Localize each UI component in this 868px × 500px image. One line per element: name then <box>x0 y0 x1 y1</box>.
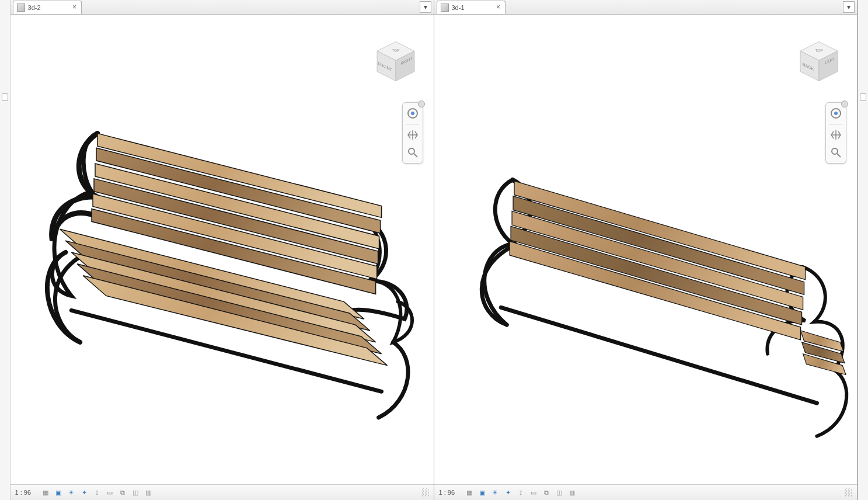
view-pane-left: 3d-2 × ▾ <box>11 0 434 500</box>
resize-grip-icon[interactable] <box>421 488 429 496</box>
close-tab-button[interactable]: × <box>71 3 79 11</box>
svg-point-39 <box>832 148 838 154</box>
crop-view-icon[interactable]: ▭ <box>104 487 115 498</box>
tab-menu-button[interactable]: ▾ <box>420 1 431 13</box>
steering-wheel-button[interactable] <box>406 106 420 120</box>
crop-region-icon[interactable]: ⧉ <box>541 487 552 498</box>
left-panel-collapsed[interactable] <box>0 0 11 500</box>
tab-strip: 3d-2 × ▾ <box>11 0 434 15</box>
view-cube[interactable]: TOP BACK LEFT <box>796 38 842 85</box>
svg-point-20 <box>409 148 414 154</box>
sun-path-icon[interactable]: ✦ <box>503 487 513 498</box>
viewport[interactable]: TOP BACK LEFT <box>434 15 857 484</box>
sun-path-icon[interactable]: ✦ <box>79 487 89 498</box>
model-bench-front <box>11 15 434 484</box>
view-pane-right: 3d-1 × ▾ <box>434 0 858 500</box>
view-cube[interactable]: TOP FRONT RIGHT <box>372 38 419 85</box>
crop-region-icon[interactable]: ⧉ <box>117 487 128 498</box>
navbar-close-icon[interactable] <box>418 100 425 107</box>
reveal-icon[interactable]: ▥ <box>143 487 154 498</box>
model-bench-back <box>434 15 857 484</box>
crop-view-icon[interactable]: ▭ <box>528 487 539 498</box>
view-tab[interactable]: 3d-1 × <box>437 1 506 14</box>
svg-point-19 <box>411 112 414 115</box>
pan-button[interactable] <box>829 128 843 142</box>
rendering-icon[interactable]: ⟟ <box>515 487 526 498</box>
cube-icon <box>17 4 25 12</box>
viewport[interactable]: TOP FRONT RIGHT <box>11 15 434 484</box>
svg-text:TOP: TOP <box>815 48 823 53</box>
view-tab[interactable]: 3d-2 × <box>13 1 82 14</box>
svg-line-21 <box>414 154 417 157</box>
model-graphics-icon[interactable]: ▣ <box>53 487 64 498</box>
model-graphics-icon[interactable]: ▣ <box>477 487 487 498</box>
zoom-button[interactable] <box>406 145 420 159</box>
tab-strip: 3d-1 × ▾ <box>434 0 857 15</box>
right-panel-collapsed[interactable] <box>857 0 868 500</box>
svg-text:TOP: TOP <box>392 48 399 53</box>
cube-icon <box>441 4 449 12</box>
hide-isolate-icon[interactable]: ◫ <box>130 487 141 498</box>
steering-wheel-button[interactable] <box>829 106 843 120</box>
scale-value[interactable]: 1 : 96 <box>15 489 32 496</box>
navigation-bar <box>825 102 846 164</box>
hide-isolate-icon[interactable]: ◫ <box>554 487 564 498</box>
detail-level-icon[interactable]: ▦ <box>464 487 475 498</box>
shadows-icon[interactable]: ☀ <box>490 487 500 498</box>
resize-grip-icon[interactable] <box>844 488 852 496</box>
navigation-bar <box>402 102 423 164</box>
reveal-icon[interactable]: ▥ <box>567 487 577 498</box>
rendering-icon[interactable]: ⟟ <box>92 487 102 498</box>
shadows-icon[interactable]: ☀ <box>66 487 76 498</box>
zoom-button[interactable] <box>829 145 843 159</box>
svg-point-38 <box>834 112 838 115</box>
view-control-bar: 1 : 96 ▦ ▣ ☀ ✦ ⟟ ▭ ⧉ ◫ ▥ <box>434 484 857 500</box>
svg-line-40 <box>837 154 841 157</box>
tab-label: 3d-1 <box>452 4 465 11</box>
view-control-bar: 1 : 96 ▦ ▣ ☀ ✦ ⟟ ▭ ⧉ ◫ ▥ <box>11 484 434 500</box>
close-tab-button[interactable]: × <box>494 3 503 11</box>
detail-level-icon[interactable]: ▦ <box>40 487 51 498</box>
pan-button[interactable] <box>406 128 420 142</box>
tab-menu-button[interactable]: ▾ <box>843 1 855 13</box>
scale-value[interactable]: 1 : 96 <box>439 489 455 496</box>
tab-label: 3d-2 <box>28 4 41 11</box>
